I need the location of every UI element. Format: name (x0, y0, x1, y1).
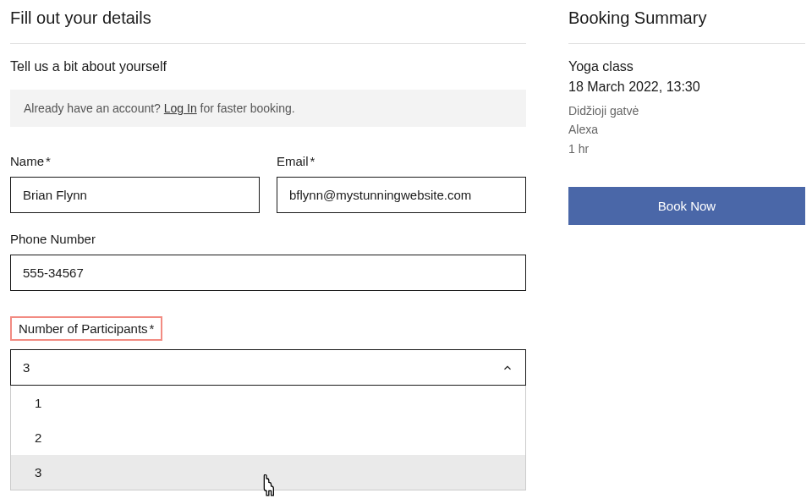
form-heading: Fill out your details (10, 8, 526, 44)
dropdown-option-3[interactable]: 3 (11, 455, 525, 490)
summary-service: Yoga class (568, 59, 805, 74)
name-group: Name* (10, 154, 260, 213)
summary-meta: Didžioji gatvė Alexa 1 hr (568, 101, 805, 158)
participants-group: Number of Participants* 3 1 2 3 (10, 316, 526, 490)
phone-input[interactable] (10, 255, 526, 291)
email-label-text: Email (277, 154, 309, 168)
dropdown-selected-value: 3 (23, 360, 30, 375)
dropdown-option-1[interactable]: 1 (11, 386, 525, 420)
name-label-text: Name (10, 154, 44, 168)
name-input[interactable] (10, 177, 260, 213)
required-star: * (150, 321, 155, 336)
banner-suffix: for faster booking. (197, 101, 295, 115)
email-group: Email* (277, 154, 526, 213)
required-star: * (310, 154, 315, 168)
summary-heading: Booking Summary (568, 8, 805, 44)
participants-dropdown[interactable]: 3 (10, 349, 526, 386)
dropdown-option-2[interactable]: 2 (11, 420, 525, 455)
booking-summary: Booking Summary Yoga class 18 March 2022… (568, 8, 805, 490)
login-banner: Already have an account? Log In for fast… (10, 90, 526, 127)
participants-label-highlighted: Number of Participants* (10, 316, 162, 341)
participants-label-text: Number of Participants (19, 321, 148, 336)
phone-label: Phone Number (10, 232, 526, 246)
summary-duration: 1 hr (568, 140, 805, 158)
required-star: * (46, 154, 51, 168)
email-input[interactable] (277, 177, 526, 213)
form-subheading: Tell us a bit about yourself (10, 59, 526, 74)
login-link[interactable]: Log In (164, 101, 197, 115)
banner-prefix: Already have an account? (24, 101, 164, 115)
summary-staff: Alexa (568, 120, 805, 139)
dropdown-selected[interactable]: 3 (11, 350, 525, 385)
details-form: Fill out your details Tell us a bit abou… (10, 8, 526, 490)
phone-group: Phone Number (10, 232, 526, 291)
book-now-button[interactable]: Book Now (568, 187, 805, 225)
name-label: Name* (10, 154, 260, 168)
summary-location: Didžioji gatvė (568, 101, 805, 120)
email-label: Email* (277, 154, 526, 168)
summary-datetime: 18 March 2022, 13:30 (568, 79, 805, 95)
chevron-up-icon (502, 362, 513, 374)
dropdown-list: 1 2 3 (10, 386, 526, 490)
